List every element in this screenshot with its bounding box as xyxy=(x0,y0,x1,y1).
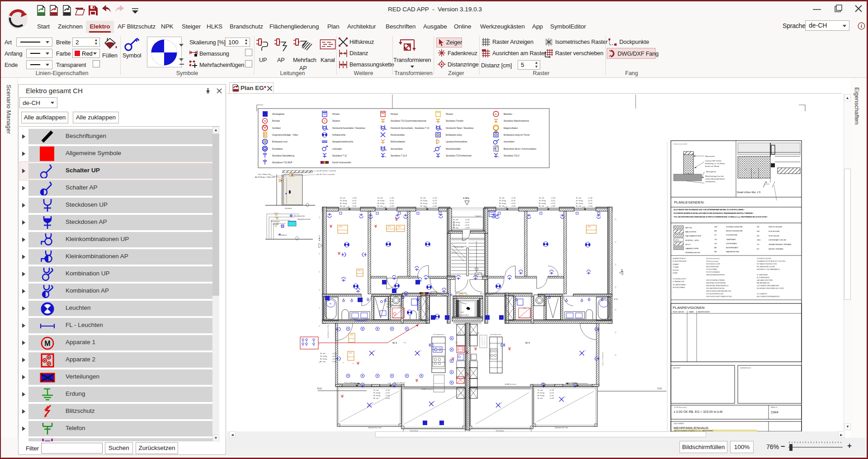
svg-text:KOTEN (Meereshöhe):: KOTEN (Meereshöhe): xyxy=(674,407,687,408)
svg-text:M: M xyxy=(264,159,266,161)
svg-text:Br. roh: Br. roh xyxy=(377,205,383,207)
svg-text:%%%: %%% xyxy=(674,239,679,241)
svg-text:B DECKE: B DECKE xyxy=(673,270,679,271)
svg-text:St. roh: St. roh xyxy=(420,197,426,199)
svg-text:ROH DECKE: ROH DECKE xyxy=(769,235,779,237)
svg-text:W 4: W 4 xyxy=(525,341,530,344)
svg-text:MRV: MRV xyxy=(588,226,591,228)
svg-text:RLF WANDSTEUERUNG STEIN: RLF WANDSTEUERUNG STEIN xyxy=(757,263,777,265)
svg-text:+1.26: +1.26 xyxy=(511,197,516,199)
svg-text:SWZ SANTERFENSTERLING: SWZ SANTERFENSTERLING xyxy=(706,288,725,289)
svg-text:Glasvordach: Glasvordach xyxy=(453,221,455,228)
svg-text:SCHWELLENHÖHE: SCHWELLENHÖHE xyxy=(726,226,743,228)
svg-text:Kombi Unterverteiler: Kombi Unterverteiler xyxy=(332,161,351,164)
svg-text:+1.63: +1.63 xyxy=(432,205,437,207)
svg-text:+0.21: +0.21 xyxy=(551,199,556,202)
svg-text:MÖRTEL, GIPS: MÖRTEL, GIPS xyxy=(685,239,699,241)
svg-text:MRV: MRV xyxy=(358,270,362,272)
svg-text:Sockelleiste: Sockelleiste xyxy=(451,251,458,253)
svg-text:RE: RE xyxy=(264,120,266,122)
svg-text:BAUVORHABEN:: BAUVORHABEN: xyxy=(674,423,684,425)
svg-text:Mörtelvorlage (nur bei: Mörtelvorlage (nur bei xyxy=(705,175,724,177)
svg-text:Br. fertig: Br. fertig xyxy=(539,202,546,204)
svg-text:STURZHÖHE: STURZHÖHE xyxy=(726,234,737,236)
svg-text:+1.63: +1.63 xyxy=(511,205,516,207)
svg-text:1.10: 1.10 xyxy=(476,332,479,334)
svg-text:St. roh: St. roh xyxy=(538,389,543,391)
svg-text:+1.26: +1.26 xyxy=(398,298,403,300)
svg-text:Br. roh: Br. roh xyxy=(340,205,345,207)
svg-text:BWH BODENBUCHMESSANTIME-LIMG: BWH BODENBUCHMESSANTIME-LIMG xyxy=(706,290,731,292)
svg-text:Kleinkombi Taster / Steckdose: Kleinkombi Taster / Steckdose xyxy=(446,127,474,129)
svg-text:MRV: MRV xyxy=(350,334,354,336)
svg-text:Br. fertig: Br. fertig xyxy=(499,202,506,204)
svg-text:+2.01: +2.01 xyxy=(588,202,593,204)
svg-text:3.2: 3.2 xyxy=(614,331,616,334)
svg-text:± 0.00 OK RB. EG = 323.00 m.ü.: ± 0.00 OK RB. EG = 323.00 m.ü.M. xyxy=(674,410,723,413)
svg-text:3: 3 xyxy=(564,396,565,398)
svg-text:+0.21: +0.21 xyxy=(549,392,554,394)
svg-text:+1.63: +1.63 xyxy=(551,205,556,207)
svg-text:+2.01: +2.01 xyxy=(432,202,437,204)
svg-text:FF FENSTERFLÄCHE: FF FENSTERFLÄCHE xyxy=(673,260,686,262)
svg-text:Thermostat: Thermostat xyxy=(271,221,280,222)
svg-text:B 03: B 03 xyxy=(317,388,322,390)
svg-text:LIFT: LIFT xyxy=(461,312,464,313)
svg-text:+2.01: +2.01 xyxy=(549,394,554,397)
svg-text:Abzweigdose: Abzweigdose xyxy=(272,113,285,115)
svg-text:Gegensprechanlage - Video: Gegensprechanlage - Video xyxy=(272,134,298,136)
svg-text:3.2: 3.2 xyxy=(319,307,321,309)
svg-text:MRV: MRV xyxy=(388,226,392,228)
svg-text:ROH BODEN: ROH BODEN xyxy=(769,230,779,232)
svg-text:INDEX DATUM: INDEX DATUM xyxy=(673,311,684,313)
svg-text:A NFa: A NFa xyxy=(463,197,469,199)
svg-text:...: ... xyxy=(689,317,690,319)
svg-text:Steamer: Steamer xyxy=(332,120,340,122)
svg-text:4: 4 xyxy=(343,362,344,364)
svg-text:NAME:: NAME: xyxy=(689,311,694,313)
svg-text:Hinweis: Hinweis xyxy=(332,113,340,115)
svg-text:+0.21: +0.21 xyxy=(465,221,470,223)
svg-text:Fenster m/Riladen: Fenster m/Riladen xyxy=(344,382,356,384)
svg-text:...: ... xyxy=(673,315,674,317)
svg-text:St. roh: St. roh xyxy=(576,197,581,199)
svg-text:Br. fertig: Br. fertig xyxy=(387,303,393,305)
svg-text:+1.63: +1.63 xyxy=(465,227,470,229)
svg-text:St. roh: St. roh xyxy=(373,389,379,391)
svg-text:St. fertig: St. fertig xyxy=(377,199,384,202)
svg-text:Br. fertig: Br. fertig xyxy=(373,394,380,397)
svg-text:Tfe 26.1 x 28.2: Tfe 26.1 x 28.2 xyxy=(454,246,463,248)
svg-text:Steckdose Waschmaschine: Steckdose Waschmaschine xyxy=(504,120,529,122)
svg-text:M: M xyxy=(44,340,50,347)
svg-text:Betondecke: Betondecke xyxy=(706,170,717,173)
svg-text:Detail Liftüre Mst. 1:5: Detail Liftüre Mst. 1:5 xyxy=(737,191,760,194)
svg-text:KSE KONSTELLVERTIT RAUMLUFTUNG: KSE KONSTELLVERTIT RAUMLUFTUNG xyxy=(706,296,732,298)
svg-text:1.44: 1.44 xyxy=(546,206,548,208)
svg-text:UK: UK xyxy=(714,242,717,245)
svg-text:INGENIEUR HLKS:: INGENIEUR HLKS: xyxy=(740,367,751,369)
svg-text:+1.63: +1.63 xyxy=(398,306,403,308)
svg-text:+1.63: +1.63 xyxy=(352,205,357,207)
svg-text:Hinweis: Hinweis xyxy=(446,113,453,115)
svg-text:MEHRFAMILIENHAUS: MEHRFAMILIENHAUS xyxy=(674,426,708,430)
svg-text:Br. roh: Br. roh xyxy=(539,205,544,207)
svg-text:3: 3 xyxy=(434,401,435,402)
svg-text:1.44: 1.44 xyxy=(383,206,386,208)
svg-text:ab UK Decke / Leuchte: ab UK Decke / Leuchte xyxy=(316,170,336,172)
svg-text:1.15: 1.15 xyxy=(455,342,458,344)
svg-text:MRV: MRV xyxy=(339,226,343,228)
svg-text:Mauerwerk: Mauerwerk xyxy=(705,155,715,157)
svg-text:Br. fertig: Br. fertig xyxy=(420,202,427,204)
svg-text:BF ARBEITSPLATTE: BF ARBEITSPLATTE xyxy=(673,258,685,260)
svg-text:3.2: 3.2 xyxy=(319,270,321,273)
svg-text:PLANREVISIONEN: PLANREVISIONEN xyxy=(673,306,704,310)
svg-text:St. fertig: St. fertig xyxy=(539,199,546,202)
svg-text:B RABATT: B RABATT xyxy=(673,264,679,265)
svg-text:+1.26: +1.26 xyxy=(432,197,437,199)
svg-text:KALKSANDSTEIN: KALKSANDSTEIN xyxy=(685,235,701,237)
svg-text:3.2: 3.2 xyxy=(614,309,616,311)
svg-text:Backofen: Backofen xyxy=(504,113,513,115)
svg-text:Lautsprechersteckdose: Lautsprechersteckdose xyxy=(446,141,467,143)
svg-text:Br. roh: Br. roh xyxy=(576,205,581,207)
svg-text:Bodendose Strom / Kommunikatio: Bodendose Strom / Kommunikation xyxy=(504,148,537,150)
